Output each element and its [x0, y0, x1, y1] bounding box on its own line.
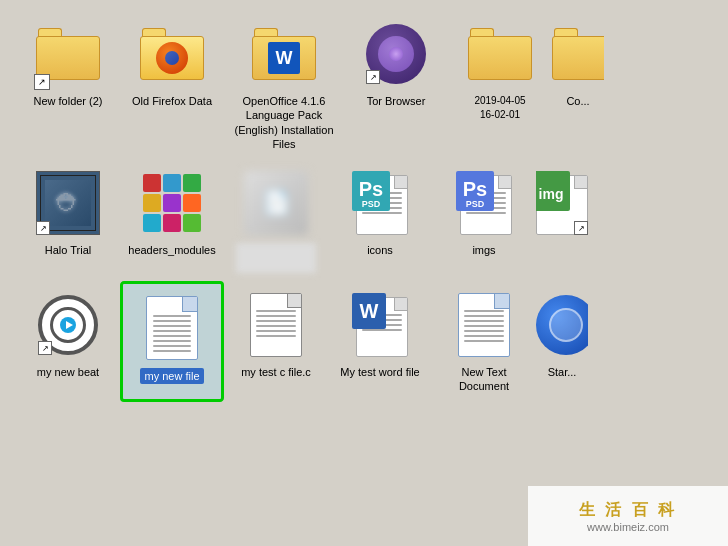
icon-partial-co[interactable]: Co... — [552, 10, 604, 159]
watermark: 生 活 百 科 www.bimeiz.com — [528, 486, 728, 546]
icon-icons-psd[interactable]: Ps PSD icons — [328, 159, 432, 281]
watermark-line1: 生 活 百 科 — [579, 500, 677, 521]
icon-label: my test c file.c — [241, 365, 311, 379]
icon-label: my new file — [140, 368, 203, 384]
watermark-line2: www.bimeiz.com — [587, 521, 669, 533]
icon-label: My test word file — [340, 365, 419, 379]
icon-imgs-psd[interactable]: Ps PSD imgs — [432, 159, 536, 281]
icon-headers-modules[interactable]: headers_modules — [120, 159, 224, 281]
icon-tor-browser[interactable]: ↗ Tor Browser — [344, 10, 448, 159]
icon-label — [236, 243, 316, 273]
icon-my-new-beat[interactable]: ↗ my new beat — [16, 281, 120, 402]
icon-star-partial[interactable]: Star... — [536, 281, 588, 402]
icon-blurred[interactable]: 📄 — [224, 159, 328, 281]
icon-label: Old Firefox Data — [132, 94, 212, 108]
icon-label: my new beat — [37, 365, 99, 379]
icon-label: Co... — [566, 94, 589, 108]
desktop: ↗ New folder (2) Old Firefox Data — [0, 0, 728, 546]
icon-label: Star... — [548, 365, 577, 379]
icon-label: icons — [367, 243, 393, 257]
icon-label: Tor Browser — [367, 94, 426, 108]
icon-label: Halo Trial — [45, 243, 91, 257]
icon-my-new-file[interactable]: my new file — [120, 281, 224, 402]
icon-my-test-word-file[interactable]: W My test word file — [328, 281, 432, 402]
icon-new-folder-2[interactable]: ↗ New folder (2) — [16, 10, 120, 159]
icon-label: headers_modules — [128, 243, 215, 257]
icon-new-text-document[interactable]: New Text Document — [432, 281, 536, 402]
icon-partial-right2[interactable]: img ↗ — [536, 159, 588, 281]
icon-label: imgs — [472, 243, 495, 257]
icon-old-firefox-data[interactable]: Old Firefox Data — [120, 10, 224, 159]
icon-label: New Text Document — [436, 365, 532, 394]
icon-openoffice[interactable]: W OpenOffice 4.1.6 Language Pack (Englis… — [224, 10, 344, 159]
icon-my-test-c-file[interactable]: my test c file.c — [224, 281, 328, 402]
icon-label: 2019-04-0516-02-01 — [474, 94, 525, 122]
icon-halo-trial[interactable]: ⛑ ↗ Halo Trial — [16, 159, 120, 281]
icon-label: New folder (2) — [33, 94, 102, 108]
icon-label: OpenOffice 4.1.6 Language Pack (English)… — [229, 94, 339, 151]
icon-date-folder[interactable]: 2019-04-0516-02-01 — [448, 10, 552, 159]
